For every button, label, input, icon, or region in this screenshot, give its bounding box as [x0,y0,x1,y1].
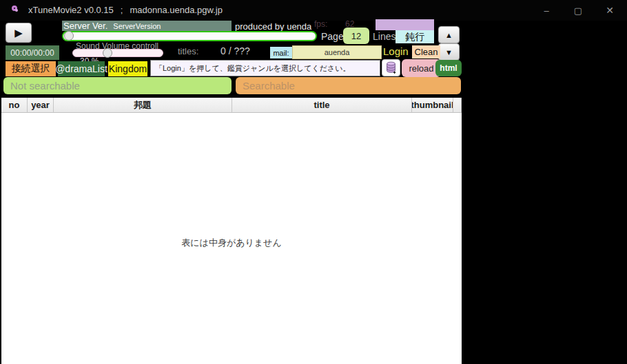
arrow-down-icon: ▼ [445,48,453,56]
column-header-title[interactable]: title [232,98,412,112]
minimize-button[interactable]: – [535,3,558,18]
seek-slider[interactable] [62,31,317,41]
database-button[interactable] [382,59,400,76]
searchable-input[interactable] [236,77,461,94]
table-body[interactable]: 表には中身がありません [1,113,462,364]
status-strip [376,19,434,30]
window-title-host: madonna.uenda.pgw.jp [130,5,222,15]
page-value-field[interactable]: 12 [343,28,369,44]
seek-track [63,32,316,40]
clean-button[interactable]: Clean [412,45,440,58]
volume-thumb[interactable] [103,48,112,58]
database-icon [385,61,397,74]
server-version-label: Server Ver. [63,21,107,31]
dramalist-button[interactable]: @dramaList [58,61,105,76]
not-searchable-input[interactable] [3,77,232,94]
window-title-separator: ; [121,5,123,15]
page-up-button[interactable]: ▲ [438,26,460,43]
play-button[interactable]: ▶ [6,23,32,43]
produced-by-label: produced by uenda [235,21,311,32]
html-button[interactable]: html [435,60,462,76]
login-button[interactable]: Login [383,45,409,57]
playback-time: 00:00/00:00 [6,45,59,60]
titles-count: 0 / ??? [220,45,250,56]
arrow-up-icon: ▲ [445,31,453,39]
mail-label: mail: [270,47,292,58]
connect-select-button[interactable]: 接続選択 [6,61,56,76]
app-window: xTuneMovie2 v0.0.15 ; madonna.uenda.pgw.… [0,0,627,364]
column-header-year[interactable]: year [28,98,54,112]
fps-label: fps: [314,19,327,29]
server-version-value: ServerVersion [113,22,161,30]
server-version-bar: Server Ver. ServerVersion [62,21,232,31]
column-header-thumbnail[interactable]: thumbnail [412,98,453,112]
donko-button[interactable]: 鈍行 [395,30,434,43]
table-empty-message: 表には中身がありません [1,237,462,249]
genre-select-field[interactable] [150,60,380,76]
window-title: xTuneMovie2 v0.0.15 ; madonna.uenda.pgw.… [28,5,223,15]
kingdom-button[interactable]: Kingdom [108,61,147,76]
window-title-app: xTuneMovie2 v0.0.15 [28,5,114,15]
maximize-button[interactable]: ▢ [566,3,590,18]
column-header-filler [453,98,462,112]
mail-input[interactable] [292,45,382,59]
table-header: no year 邦題 title thumbnail [1,98,462,113]
close-button[interactable]: ✕ [598,3,621,18]
app-icon [12,6,17,11]
titles-label: titles: [178,46,198,56]
page-label: Page [321,31,344,42]
title-bar: xTuneMovie2 v0.0.15 ; madonna.uenda.pgw.… [0,0,627,21]
column-header-no[interactable]: no [1,98,28,112]
page-down-button[interactable]: ▼ [438,43,460,61]
lines-label: Lines [373,31,395,42]
play-icon: ▶ [14,27,23,39]
seek-thumb[interactable] [64,31,74,41]
column-header-jp-title[interactable]: 邦題 [54,98,232,112]
